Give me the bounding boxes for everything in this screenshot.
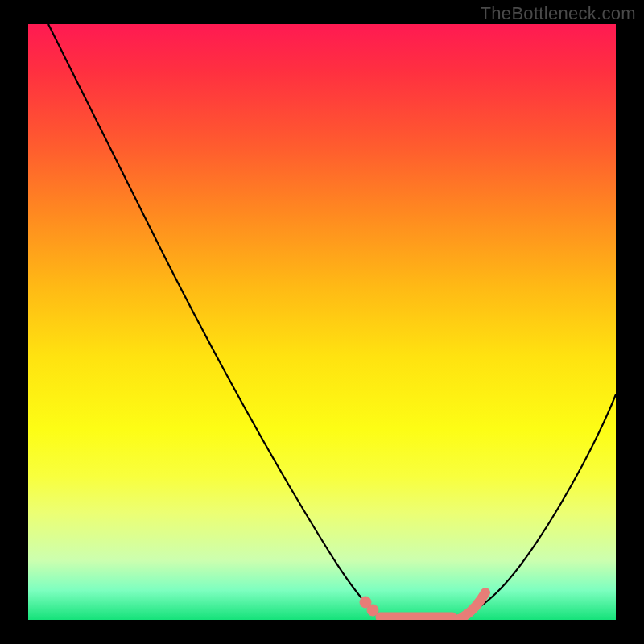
svg-rect-2 — [376, 613, 456, 620]
flat-highlight — [360, 592, 485, 620]
bottleneck-curve — [48, 24, 616, 619]
watermark-text: TheBottleneck.com — [481, 3, 636, 24]
chart-overlay — [28, 24, 616, 620]
chart-frame: TheBottleneck.com — [0, 0, 644, 644]
